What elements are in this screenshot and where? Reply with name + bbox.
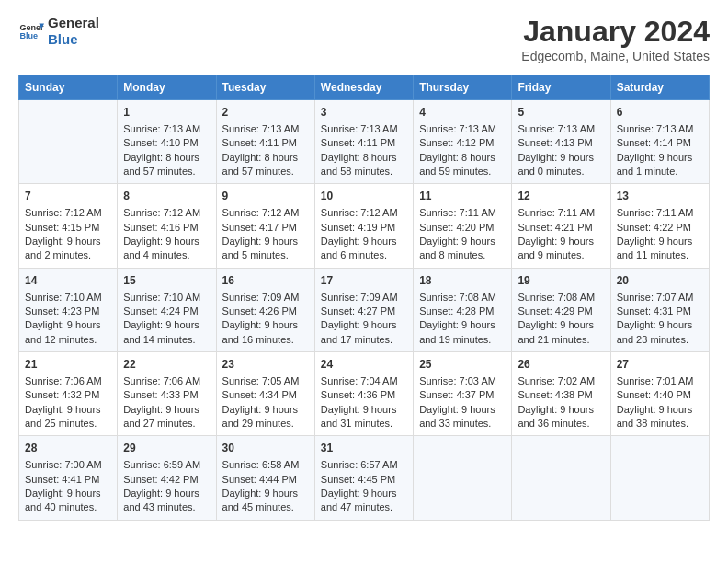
calendar-cell: 2Sunrise: 7:13 AMSunset: 4:11 PMDaylight…	[216, 100, 314, 184]
logo-general: General	[48, 15, 99, 31]
day-info: and 57 minutes.	[222, 165, 309, 178]
day-info: Sunrise: 7:11 AM	[617, 206, 703, 220]
day-number: 28	[25, 441, 111, 456]
day-info: Sunset: 4:15 PM	[25, 221, 111, 235]
title-block: January 2024 Edgecomb, Maine, United Sta…	[521, 15, 710, 63]
calendar-cell: 21Sunrise: 7:06 AMSunset: 4:32 PMDayligh…	[19, 352, 118, 436]
day-number: 30	[222, 441, 309, 456]
calendar-cell: 9Sunrise: 7:12 AMSunset: 4:17 PMDaylight…	[216, 184, 314, 268]
calendar-cell: 29Sunrise: 6:59 AMSunset: 4:42 PMDayligh…	[118, 436, 216, 520]
day-info: and 38 minutes.	[617, 417, 703, 431]
day-info: and 14 minutes.	[123, 333, 210, 347]
day-number: 18	[419, 273, 506, 289]
day-info: Daylight: 9 hours	[518, 403, 604, 417]
calendar-cell: 24Sunrise: 7:04 AMSunset: 4:36 PMDayligh…	[314, 352, 413, 436]
day-info: Sunrise: 7:12 AM	[321, 206, 407, 220]
day-info: Sunset: 4:11 PM	[321, 136, 407, 150]
day-info: Daylight: 8 hours	[123, 151, 210, 165]
calendar-cell: 1Sunrise: 7:13 AMSunset: 4:10 PMDaylight…	[118, 100, 216, 184]
day-info: Daylight: 9 hours	[321, 235, 407, 248]
calendar-cell: 17Sunrise: 7:09 AMSunset: 4:27 PMDayligh…	[314, 268, 413, 351]
day-info: Sunset: 4:26 PM	[222, 304, 309, 318]
day-number: 5	[518, 105, 604, 121]
day-number: 24	[321, 357, 407, 373]
day-info: and 6 minutes.	[321, 248, 407, 262]
day-info: Daylight: 9 hours	[321, 318, 407, 332]
day-info: Sunrise: 7:13 AM	[617, 122, 703, 136]
calendar-cell: 23Sunrise: 7:05 AMSunset: 4:34 PMDayligh…	[216, 352, 314, 436]
day-info: Sunset: 4:11 PM	[222, 136, 309, 150]
calendar-cell: 26Sunrise: 7:02 AMSunset: 4:38 PMDayligh…	[512, 352, 610, 436]
day-info: Daylight: 9 hours	[419, 403, 506, 417]
day-info: Sunrise: 7:12 AM	[25, 206, 111, 220]
day-info: Sunrise: 7:10 AM	[25, 291, 111, 304]
calendar-cell: 6Sunrise: 7:13 AMSunset: 4:14 PMDaylight…	[610, 100, 709, 184]
day-info: and 31 minutes.	[321, 417, 407, 431]
day-number: 8	[123, 189, 210, 204]
day-info: and 11 minutes.	[617, 248, 703, 262]
day-info: Sunset: 4:27 PM	[321, 304, 407, 318]
day-info: and 5 minutes.	[222, 248, 309, 262]
day-info: Sunset: 4:10 PM	[123, 136, 210, 150]
day-info: and 16 minutes.	[222, 333, 309, 347]
day-info: Sunset: 4:38 PM	[518, 388, 604, 402]
day-info: Daylight: 8 hours	[222, 151, 309, 165]
day-info: Daylight: 9 hours	[518, 151, 604, 165]
calendar-cell: 8Sunrise: 7:12 AMSunset: 4:16 PMDaylight…	[118, 184, 216, 268]
day-number: 31	[321, 441, 407, 456]
day-info: Sunrise: 7:03 AM	[419, 374, 506, 388]
day-info: Sunset: 4:41 PM	[25, 473, 111, 487]
day-info: Daylight: 9 hours	[222, 403, 309, 417]
day-info: and 1 minute.	[617, 165, 703, 178]
day-info: Sunrise: 6:57 AM	[321, 458, 407, 472]
day-info: Sunset: 4:32 PM	[25, 388, 111, 402]
calendar-cell: 20Sunrise: 7:07 AMSunset: 4:31 PMDayligh…	[610, 268, 709, 351]
day-info: Daylight: 9 hours	[617, 235, 703, 248]
week-row-3: 14Sunrise: 7:10 AMSunset: 4:23 PMDayligh…	[19, 268, 710, 351]
day-info: Daylight: 9 hours	[25, 318, 111, 332]
day-number: 29	[123, 441, 210, 456]
day-number: 2	[222, 105, 309, 121]
week-row-2: 7Sunrise: 7:12 AMSunset: 4:15 PMDaylight…	[19, 184, 710, 268]
weekday-header-saturday: Saturday	[610, 75, 709, 100]
day-info: Daylight: 9 hours	[617, 403, 703, 417]
day-info: Sunset: 4:14 PM	[617, 136, 703, 150]
day-info: Sunset: 4:31 PM	[617, 304, 703, 318]
calendar-cell: 3Sunrise: 7:13 AMSunset: 4:11 PMDaylight…	[314, 100, 413, 184]
day-info: Sunrise: 7:06 AM	[25, 374, 111, 388]
calendar-cell: 25Sunrise: 7:03 AMSunset: 4:37 PMDayligh…	[414, 352, 512, 436]
day-info: Daylight: 9 hours	[321, 403, 407, 417]
weekday-header-sunday: Sunday	[19, 75, 118, 100]
week-row-1: 1Sunrise: 7:13 AMSunset: 4:10 PMDaylight…	[19, 100, 710, 184]
logo-icon: General Blue	[18, 18, 44, 44]
day-info: and 19 minutes.	[419, 333, 506, 347]
weekday-header-friday: Friday	[512, 75, 610, 100]
day-info: and 21 minutes.	[518, 333, 604, 347]
calendar-cell: 31Sunrise: 6:57 AMSunset: 4:45 PMDayligh…	[314, 436, 413, 520]
day-info: Sunset: 4:19 PM	[321, 221, 407, 235]
day-info: and 4 minutes.	[123, 248, 210, 262]
calendar-cell: 27Sunrise: 7:01 AMSunset: 4:40 PMDayligh…	[610, 352, 709, 436]
day-number: 15	[123, 273, 210, 289]
day-number: 23	[222, 357, 309, 373]
day-number: 19	[518, 273, 604, 289]
day-info: and 12 minutes.	[25, 333, 111, 347]
day-info: Sunrise: 7:13 AM	[321, 122, 407, 136]
day-number: 3	[321, 105, 407, 121]
page-header: General Blue General Blue January 2024 E…	[18, 15, 710, 63]
day-info: Daylight: 9 hours	[25, 235, 111, 248]
calendar-cell	[512, 436, 610, 520]
day-info: and 2 minutes.	[25, 248, 111, 262]
day-number: 1	[123, 105, 210, 121]
day-info: Daylight: 9 hours	[419, 318, 506, 332]
weekday-header-thursday: Thursday	[414, 75, 512, 100]
day-info: Sunset: 4:34 PM	[222, 388, 309, 402]
week-row-4: 21Sunrise: 7:06 AMSunset: 4:32 PMDayligh…	[19, 352, 710, 436]
day-info: Sunrise: 6:58 AM	[222, 458, 309, 472]
day-info: Sunset: 4:37 PM	[419, 388, 506, 402]
day-info: Sunset: 4:40 PM	[617, 388, 703, 402]
day-info: Sunset: 4:16 PM	[123, 221, 210, 235]
day-info: Sunrise: 7:02 AM	[518, 374, 604, 388]
day-info: Sunrise: 7:10 AM	[123, 291, 210, 304]
day-info: and 29 minutes.	[222, 417, 309, 431]
